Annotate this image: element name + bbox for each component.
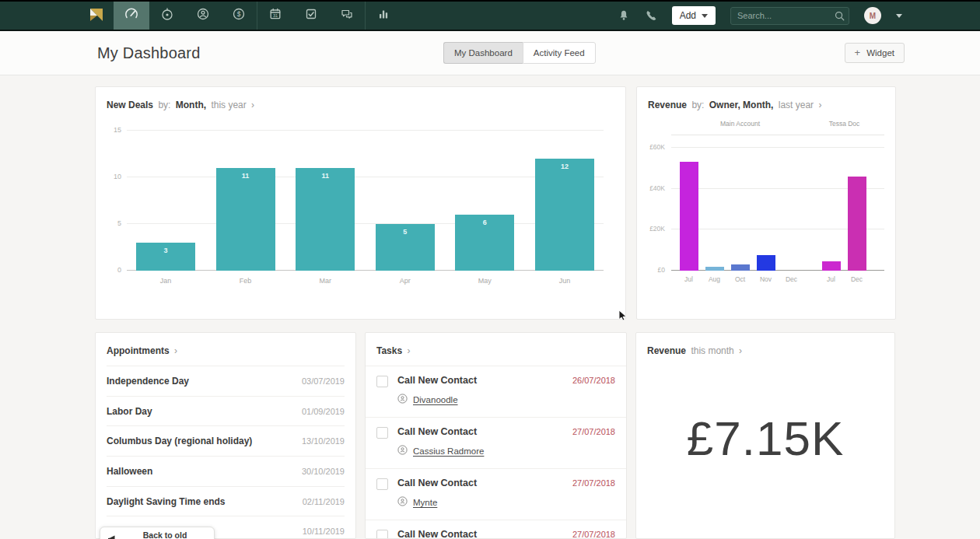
tasks-title[interactable]: Tasks › [366,333,626,356]
page-header: My Dashboard My Dashboard Activity Feed … [0,31,980,75]
user-menu-chevron-icon[interactable] [896,14,902,18]
widget-appointments: Appointments › Independence Day03/07/201… [95,332,356,539]
title-strong: Tasks [376,345,402,356]
task-title[interactable]: Call New Contact [397,426,477,437]
user-avatar[interactable]: M [864,7,881,24]
title-strong: Month, [176,100,206,110]
top-nav: $ 31 [0,0,980,31]
title-strong: New Deals [107,100,153,110]
bar-value-label: 11 [216,172,275,180]
back-to-old-dashboard-button[interactable]: Back to old dashboard [100,527,215,539]
widget-new-deals: New Deals by: Month, this year › 051015 … [95,86,626,320]
phone-icon[interactable] [645,9,657,22]
title-strong: Owner, Month, [709,100,774,110]
y-tick-label: £20K [649,225,665,233]
nav-sales[interactable]: $ [221,2,257,30]
appointment-row[interactable]: Labor Day01/09/2019 [107,396,345,426]
task-checkbox[interactable] [376,376,388,387]
appointment-row[interactable]: Independence Day03/07/2019 [107,366,345,396]
tab-activity-feed[interactable]: Activity Feed [523,42,596,64]
revenue-chart: £0£20K£40K£60K Main AccountTessa Doc Jul… [645,120,884,283]
title-plain: last year [779,100,814,110]
appointments-title[interactable]: Appointments › [96,333,355,356]
revenue-month-title[interactable]: Revenue this month › [636,333,894,356]
bar-value-label: 6 [455,219,514,226]
search-input[interactable] [730,7,849,25]
title-strong: Revenue [648,100,687,110]
group-label-tessa-doc: Tessa Doc [804,120,884,129]
bars: 311115612 [127,123,604,271]
task-contact-link[interactable]: Mynte [413,498,437,507]
revenue-by-owner-title[interactable]: Revenue by: Owner, Month, last year › [637,87,895,110]
appointment-date: 03/07/2019 [302,376,345,386]
y-tick-label: £40K [649,184,665,192]
y-tick-label: 5 [117,219,121,227]
task-row: Call New Contact26/07/2018Divanoodle [366,366,626,417]
add-widget-button[interactable]: + Widget [845,43,905,63]
new-deals-plot: 311115612 [127,123,604,271]
nav-dashboard[interactable] [114,2,149,30]
nav-reports[interactable] [366,2,401,30]
search-icon [834,10,845,25]
revenue-group-labels: Main AccountTessa Doc [671,120,884,135]
bar-jan: 3 [136,243,195,271]
avatar-initial: M [870,12,876,20]
task-contact-link[interactable]: Cassius Radmore [413,446,484,456]
x-tick-label: Dec [844,275,870,283]
capsule-logo[interactable] [87,2,104,30]
task-contact-link[interactable]: Divanoodle [413,395,458,404]
appointment-row[interactable]: Daylight Saving Time ends02/11/2019 [107,486,345,516]
add-button-label: Add [680,10,696,21]
new-deals-title[interactable]: New Deals by: Month, this year › [96,87,625,110]
search-box [730,7,849,25]
x-tick-label: Apr [376,277,435,285]
tab-my-dashboard[interactable]: My Dashboard [443,42,523,64]
x-tick-label: Oct [727,275,753,283]
title-plain: this year [211,100,246,110]
task-title[interactable]: Call New Contact [397,529,477,539]
person-icon [397,444,408,458]
chevron-down-icon [702,14,708,18]
chat-bubbles-icon [339,6,355,25]
nav-calendar[interactable]: 31 [257,2,293,30]
task-checkbox[interactable] [376,478,388,490]
appointment-row[interactable]: Halloween30/10/2019 [107,456,345,486]
appointment-row[interactable]: Columbus Day (regional holiday)13/10/201… [107,425,345,456]
task-due-date: 27/07/2018 [572,530,615,539]
title-plain: by: [691,100,704,110]
nav-cases[interactable] [329,2,365,30]
bar-feb: 11 [216,168,275,271]
group-label-main-account: Main Account [676,120,804,129]
appointment-date: 02/11/2019 [303,497,345,506]
bar-jul-g1 [680,162,698,271]
x-tick-label: Jul [818,275,844,283]
widget-revenue-by-owner: Revenue by: Owner, Month, last year › £0… [636,86,896,320]
appointment-date: 13/10/2019 [302,436,345,446]
task-row: Call New Contact27/07/2018Cassius Radmor… [366,417,626,468]
task-checkbox[interactable] [376,427,388,439]
megaphone-icon [107,534,117,539]
y-tick-label: 0 [117,266,121,274]
task-title[interactable]: Call New Contact [397,375,477,386]
task-checkbox[interactable] [376,530,388,539]
add-button[interactable]: Add [672,6,716,25]
revenue-plot [671,135,884,271]
title-plain: by: [158,100,170,110]
task-title[interactable]: Call New Contact [397,478,477,488]
x-tick-label: May [455,277,514,285]
title-strong: Revenue [647,345,686,356]
nav-people[interactable] [185,2,221,30]
bar-dec-g2 [848,177,866,271]
nav-target[interactable] [149,2,185,30]
capsule-logo-icon [87,5,104,26]
notifications-bell-icon[interactable] [618,9,630,22]
x-tick-label: Feb [216,277,275,285]
x-tick-label: Jul [676,275,702,283]
nav-tasks[interactable] [293,2,329,30]
chevron-right-icon: › [739,345,742,356]
new-deals-chart: 051015 311115612 JanFebMarAprMayJun [110,123,604,285]
new-deals-xaxis: JanFebMarAprMayJun [127,277,604,285]
new-deals-yaxis: 051015 [110,123,127,271]
bars [671,135,884,271]
appointment-label: Halloween [107,466,152,477]
